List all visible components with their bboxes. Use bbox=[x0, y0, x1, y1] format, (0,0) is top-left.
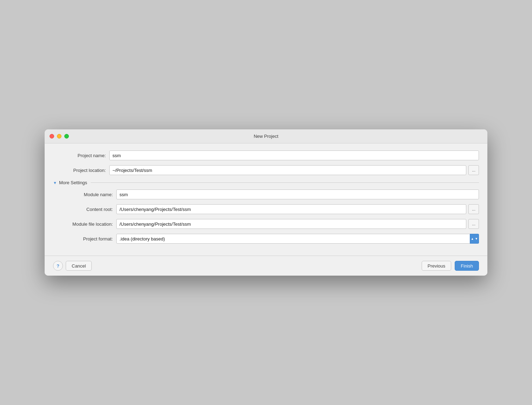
project-format-row: Project format: .idea (directory based) … bbox=[60, 234, 479, 244]
more-settings-divider bbox=[91, 182, 479, 183]
module-file-location-browse-button[interactable]: ... bbox=[468, 219, 479, 229]
module-name-label: Module name: bbox=[60, 192, 116, 197]
content-root-browse-button[interactable]: ... bbox=[468, 204, 479, 214]
project-location-browse-button[interactable]: ... bbox=[468, 165, 479, 175]
cancel-button[interactable]: Cancel bbox=[66, 261, 92, 271]
project-name-label: Project name: bbox=[53, 153, 109, 158]
dialog-title: New Project bbox=[254, 134, 278, 139]
module-file-location-input[interactable] bbox=[116, 219, 466, 229]
project-location-input-group: ... bbox=[109, 165, 479, 175]
dialog-body: Project name: Project location: ... ▼ Mo… bbox=[45, 143, 487, 256]
more-settings-label: More Settings bbox=[59, 180, 87, 185]
module-file-location-input-group: ... bbox=[116, 219, 479, 229]
content-root-input[interactable] bbox=[116, 204, 466, 214]
finish-button[interactable]: Finish bbox=[455, 261, 479, 271]
module-file-location-label: Module file location: bbox=[60, 221, 116, 227]
content-root-label: Content root: bbox=[60, 207, 116, 212]
project-format-select-wrapper: .idea (directory based) Eclipse (.classp… bbox=[116, 234, 479, 244]
project-format-select[interactable]: .idea (directory based) Eclipse (.classp… bbox=[116, 234, 479, 244]
title-bar: New Project bbox=[45, 129, 487, 143]
module-file-location-row: Module file location: ... bbox=[60, 219, 479, 229]
footer-right: Previous Finish bbox=[422, 261, 479, 271]
maximize-button[interactable] bbox=[64, 134, 69, 139]
project-location-input[interactable] bbox=[109, 165, 466, 175]
more-settings-content: Module name: Content root: ... Module fi… bbox=[53, 189, 479, 244]
content-root-row: Content root: ... bbox=[60, 204, 479, 214]
module-name-input[interactable] bbox=[116, 189, 479, 199]
close-button[interactable] bbox=[50, 134, 54, 139]
more-settings-section: ▼ More Settings Module name: Content roo… bbox=[53, 180, 479, 249]
project-name-input[interactable] bbox=[109, 150, 479, 160]
footer: ? Cancel Previous Finish bbox=[45, 256, 487, 276]
project-name-row: Project name: bbox=[53, 150, 479, 160]
new-project-dialog: New Project Project name: Project locati… bbox=[45, 129, 487, 276]
content-root-input-group: ... bbox=[116, 204, 479, 214]
collapse-arrow-icon: ▼ bbox=[53, 181, 57, 185]
project-location-label: Project location: bbox=[53, 168, 109, 173]
window-controls bbox=[50, 134, 69, 139]
more-settings-header[interactable]: ▼ More Settings bbox=[53, 180, 479, 185]
help-button[interactable]: ? bbox=[53, 261, 63, 271]
minimize-button[interactable] bbox=[57, 134, 61, 139]
footer-left: ? Cancel bbox=[53, 261, 92, 271]
module-name-row: Module name: bbox=[60, 189, 479, 199]
project-format-label: Project format: bbox=[60, 236, 116, 242]
previous-button[interactable]: Previous bbox=[422, 261, 452, 271]
project-location-row: Project location: ... bbox=[53, 165, 479, 175]
